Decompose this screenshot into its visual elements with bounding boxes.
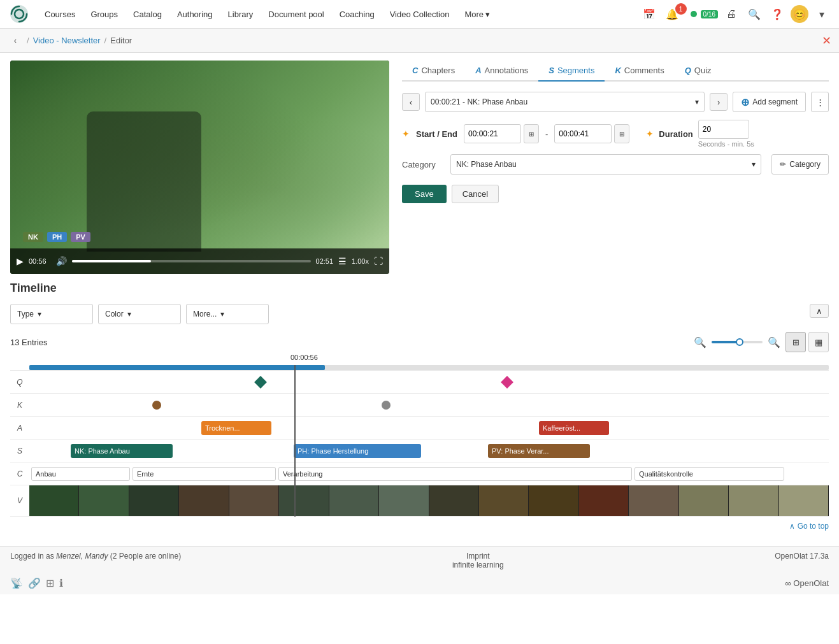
timeline-row-s: S NK: Phase Anbau PH: Phase Herstellung … xyxy=(10,439,829,462)
settings-icon[interactable]: ▾ xyxy=(812,4,831,24)
app-logo[interactable] xyxy=(8,3,31,25)
end-time-input[interactable] xyxy=(554,124,612,143)
end-adjust-button[interactable]: ⊞ xyxy=(614,124,629,143)
chapter-anbau[interactable]: Anbau xyxy=(31,467,130,481)
view-buttons: ⊞ ▦ xyxy=(785,332,829,352)
annotation-trocknen[interactable]: Trocknen... xyxy=(201,421,271,435)
thumb-7 xyxy=(329,485,379,516)
plus-icon: ⊕ xyxy=(741,96,749,108)
annotation-kaffee[interactable]: Kaffeeröst... xyxy=(539,421,609,435)
cancel-button[interactable]: Cancel xyxy=(452,185,499,203)
nav-more[interactable]: More ▾ xyxy=(458,7,496,22)
thumb-5 xyxy=(229,485,279,516)
timeline-view-button[interactable]: ⊞ xyxy=(785,332,806,352)
add-segment-button[interactable]: ⊕ Add segment xyxy=(733,92,806,112)
breadcrumb-back-button[interactable]: ‹ xyxy=(8,33,23,48)
entries-count: 13 Entries xyxy=(10,338,48,347)
type-filter[interactable]: Type ▾ xyxy=(10,304,93,324)
thumb-12 xyxy=(579,485,629,516)
row-label-c: C xyxy=(10,469,29,478)
video-player[interactable]: NK PH PV ▶ 00:56 🔊 02:51 ☰ 1.00x ⛶ xyxy=(10,61,389,274)
footer-grid-icon[interactable]: ⊞ xyxy=(46,577,54,589)
star-icon: ✦ xyxy=(402,129,410,139)
thumb-9 xyxy=(429,485,479,516)
help-icon[interactable]: ❓ xyxy=(768,4,787,24)
quiz-marker-green[interactable] xyxy=(254,376,267,389)
duration-input[interactable] xyxy=(698,120,749,139)
footer-info-icon[interactable]: ℹ xyxy=(59,577,63,589)
go-to-top-link[interactable]: ∧ Go to top xyxy=(789,522,829,531)
time-marker: 00:00:56 xyxy=(290,354,318,361)
segment-dropdown[interactable]: 00:00:21 - NK: Phase Anbau ▾ xyxy=(425,92,705,112)
fullscreen-button[interactable]: ⛶ xyxy=(374,256,383,266)
tab-segments[interactable]: S Segments xyxy=(538,61,605,82)
prev-segment-button[interactable]: ‹ xyxy=(402,93,420,111)
right-panel: C Chapters A Annotations S Segments K Co… xyxy=(402,61,829,274)
row-label-s: S xyxy=(10,447,29,455)
segment-pv[interactable]: PV: Phase Verar... xyxy=(488,444,590,458)
nav-video-collection[interactable]: Video Collection xyxy=(384,7,456,22)
row-label-q: Q xyxy=(10,378,29,387)
end-time-value[interactable] xyxy=(559,129,607,138)
footer-tagline: infinite learning xyxy=(452,561,504,569)
timeline-collapse-button[interactable]: ∧ xyxy=(810,304,829,318)
category-select[interactable]: NK: Phase Anbau ▾ xyxy=(450,154,761,175)
color-filter[interactable]: Color ▾ xyxy=(98,304,181,324)
tab-chapters[interactable]: C Chapters xyxy=(402,61,465,82)
segment-nk[interactable]: NK: Phase Anbau xyxy=(71,444,173,458)
next-segment-button[interactable]: › xyxy=(710,93,728,111)
volume-button[interactable]: 🔊 xyxy=(56,256,67,266)
more-filter[interactable]: More... ▾ xyxy=(186,304,269,324)
start-time-input[interactable] xyxy=(464,124,521,143)
nav-document-pool[interactable]: Document pool xyxy=(262,7,330,22)
grid-view-button[interactable]: ▦ xyxy=(808,332,829,352)
user-avatar[interactable]: 😊 xyxy=(791,5,808,23)
tab-annotations[interactable]: A Annotations xyxy=(465,61,538,82)
nav-coaching[interactable]: Coaching xyxy=(333,7,381,22)
zoom-thumb xyxy=(736,338,743,346)
start-time-value[interactable] xyxy=(468,129,517,138)
comment-marker-gray[interactable] xyxy=(382,401,391,410)
footer-share-icon[interactable]: 🔗 xyxy=(28,577,41,589)
chapter-ernte[interactable]: Ernte xyxy=(133,467,276,481)
nav-groups[interactable]: Groups xyxy=(84,7,124,22)
speed-display[interactable]: 1.00x xyxy=(352,257,369,265)
footer-rss-icon[interactable]: 📡 xyxy=(10,577,23,589)
breadcrumb-link-newsletter[interactable]: Video - Newsletter xyxy=(33,36,101,45)
chapter-verarbeitung[interactable]: Verarbeitung xyxy=(278,467,632,481)
timeline-playhead xyxy=(294,365,296,517)
quiz-marker-pink[interactable] xyxy=(501,376,513,389)
calendar-icon[interactable]: 📅 xyxy=(640,4,659,24)
nav-courses[interactable]: Courses xyxy=(38,7,82,22)
zoom-out-button[interactable]: 🔍 xyxy=(694,336,706,348)
star-icon-2: ✦ xyxy=(646,129,654,139)
category-label: Category xyxy=(402,160,440,169)
close-button[interactable]: ✕ xyxy=(822,34,831,48)
search-icon[interactable]: 🔍 xyxy=(745,4,764,24)
zoom-slider[interactable] xyxy=(712,341,763,343)
category-edit-button[interactable]: ✏ Category xyxy=(771,154,829,175)
start-adjust-button[interactable]: ⊞ xyxy=(524,124,539,143)
tab-comments[interactable]: K Comments xyxy=(605,61,674,82)
print-icon[interactable]: 🖨 xyxy=(722,4,741,24)
status-dot xyxy=(691,11,697,17)
more-options-button[interactable]: ⋮ xyxy=(811,92,829,112)
chapter-qualitat[interactable]: Qualitätskontrolle xyxy=(635,467,784,481)
nav-catalog[interactable]: Catalog xyxy=(127,7,168,22)
thumb-4 xyxy=(179,485,229,516)
comment-marker-brown[interactable] xyxy=(152,401,161,410)
segment-ph[interactable]: PH: Phase Herstellung xyxy=(294,444,421,458)
play-button[interactable]: ▶ xyxy=(17,256,24,266)
session-badge: 0/16 xyxy=(701,10,718,18)
save-button[interactable]: Save xyxy=(402,185,447,203)
zoom-in-button[interactable]: 🔍 xyxy=(768,336,780,348)
tab-quiz[interactable]: Q Quiz xyxy=(675,61,722,82)
nav-library[interactable]: Library xyxy=(222,7,260,22)
notifications-area: 🔔 1 xyxy=(663,4,687,24)
nav-authoring[interactable]: Authoring xyxy=(171,7,219,22)
footer-imprint[interactable]: Imprint xyxy=(452,552,504,561)
playlist-icon[interactable]: ☰ xyxy=(338,256,347,266)
video-progress-bar[interactable] xyxy=(72,260,311,262)
thumb-10 xyxy=(479,485,529,516)
thumb-15 xyxy=(729,485,778,516)
